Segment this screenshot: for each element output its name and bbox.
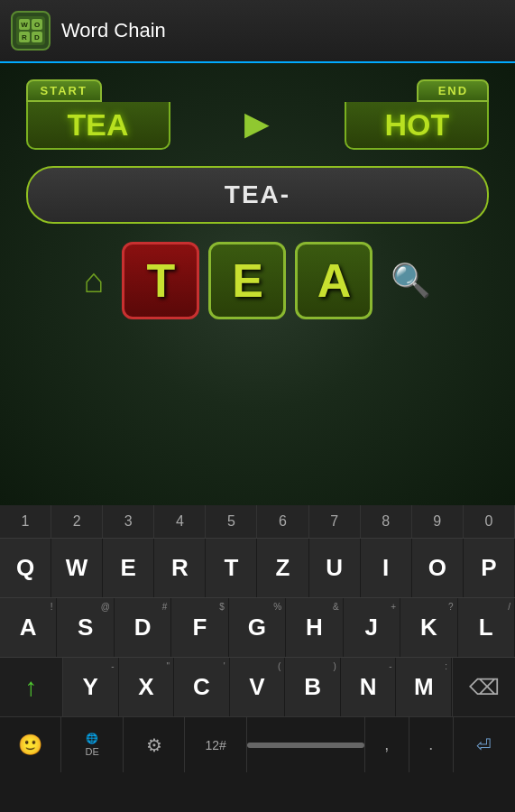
start-label: START: [26, 79, 102, 102]
comma-key[interactable]: ,: [365, 717, 409, 772]
lang-label: DE: [86, 746, 99, 757]
input-display: TEA-: [26, 166, 490, 224]
space-key[interactable]: [247, 717, 365, 772]
key-t[interactable]: T: [206, 539, 257, 597]
key-p[interactable]: P: [464, 539, 515, 597]
key-b[interactable]: B): [285, 658, 341, 716]
start-end-row: START TEA ▶ END HOT: [26, 79, 490, 150]
keyboard-area: 1 2 3 4 5 6 7 8 9 0 Q W E R T Z U I O P …: [0, 505, 515, 812]
emoji-key[interactable]: 🙂: [0, 717, 61, 772]
app-title: Word Chain: [61, 19, 166, 42]
start-word: TEA: [26, 102, 170, 150]
game-area: START TEA ▶ END HOT TEA- ⌂ T E A 🔍: [0, 63, 515, 505]
title-bar: W O R D Word Chain: [0, 0, 515, 63]
search-icon[interactable]: 🔍: [391, 262, 431, 300]
key-e[interactable]: E: [103, 539, 154, 597]
key-0[interactable]: 0: [464, 505, 515, 538]
key-v[interactable]: V(: [230, 658, 286, 716]
language-key[interactable]: 🌐 DE: [61, 717, 123, 772]
keyboard-row3: ↑ Y- X" C' V( B) N- M: ⌫: [0, 657, 515, 716]
key-n[interactable]: N-: [341, 658, 397, 716]
key-k[interactable]: K?: [400, 598, 457, 657]
key-w[interactable]: W: [51, 539, 103, 597]
tiles-row: ⌂ T E A 🔍: [26, 242, 490, 319]
key-d[interactable]: D#: [115, 598, 171, 657]
end-word-button[interactable]: END HOT: [345, 79, 489, 150]
key-j[interactable]: J+: [344, 598, 400, 657]
key-x[interactable]: X": [119, 658, 175, 716]
icon-letter-o: O: [32, 19, 42, 30]
key-z[interactable]: Z: [257, 539, 308, 597]
key-q[interactable]: Q: [0, 539, 51, 597]
key-6[interactable]: 6: [257, 505, 308, 538]
key-l[interactable]: L/: [458, 598, 515, 657]
globe-icon: 🌐: [86, 733, 98, 744]
key-4[interactable]: 4: [154, 505, 206, 538]
key-1[interactable]: 1: [0, 505, 51, 538]
end-label: END: [417, 79, 489, 102]
key-3[interactable]: 3: [103, 505, 154, 538]
key-h[interactable]: H&: [286, 598, 343, 657]
tile-t[interactable]: T: [122, 242, 199, 319]
app-icon-grid: W O R D: [16, 16, 45, 45]
key-a[interactable]: A!: [0, 598, 57, 657]
icon-letter-w: W: [19, 19, 30, 30]
start-word-button[interactable]: START TEA: [26, 79, 170, 150]
icon-letter-r: R: [19, 32, 30, 42]
key-y[interactable]: Y-: [63, 658, 119, 716]
key-m[interactable]: M:: [396, 658, 452, 716]
app-icon: W O R D: [11, 11, 51, 51]
space-bar: [247, 743, 364, 748]
key-9[interactable]: 9: [412, 505, 464, 538]
key-7[interactable]: 7: [309, 505, 361, 538]
keyboard-row2: XT9 A! S@ D# F$ G% H& J+ K? L/: [0, 597, 515, 657]
backspace-key[interactable]: ⌫: [452, 658, 515, 716]
period-key[interactable]: .: [409, 717, 454, 772]
settings-key[interactable]: ⚙: [124, 717, 185, 772]
icon-letter-d: D: [32, 32, 42, 42]
key-u[interactable]: U: [309, 539, 361, 597]
enter-key[interactable]: ⏎: [454, 717, 515, 772]
key-f[interactable]: F$: [171, 598, 228, 657]
key-c[interactable]: C': [174, 658, 230, 716]
key-g[interactable]: G%: [229, 598, 286, 657]
tile-e[interactable]: E: [208, 242, 286, 319]
key-2[interactable]: 2: [51, 505, 103, 538]
key-o[interactable]: O: [412, 539, 464, 597]
key-5[interactable]: 5: [206, 505, 257, 538]
key-i[interactable]: I: [361, 539, 412, 597]
key-r[interactable]: R: [154, 539, 206, 597]
arrow-right-icon: ▶: [244, 105, 270, 143]
key-8[interactable]: 8: [361, 505, 412, 538]
keyboard-number-row: 1 2 3 4 5 6 7 8 9 0: [0, 505, 515, 538]
home-icon[interactable]: ⌂: [84, 262, 105, 300]
num-symbol-key[interactable]: 12#: [185, 717, 246, 772]
key-s[interactable]: S@: [57, 598, 114, 657]
shift-key[interactable]: ↑: [0, 658, 63, 716]
end-word: HOT: [345, 102, 489, 150]
keyboard-fn-row: 🙂 🌐 DE ⚙ 12# , . ⏎: [0, 716, 515, 772]
keyboard-row1: Q W E R T Z U I O P: [0, 538, 515, 597]
tile-a[interactable]: A: [295, 242, 372, 319]
